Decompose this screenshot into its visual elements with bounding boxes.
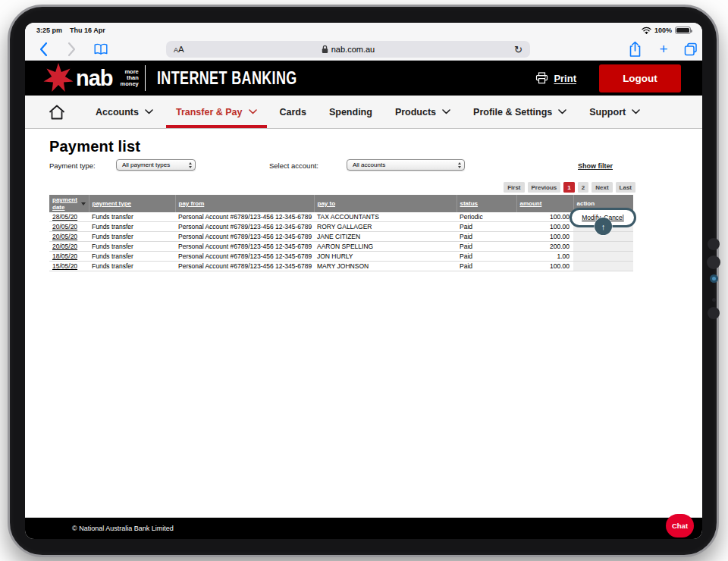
- show-filter-link[interactable]: Show filter: [578, 162, 613, 170]
- nab-tagline: more than money: [121, 69, 139, 87]
- chevron-down-icon: [632, 109, 640, 114]
- status-cell: Paid: [457, 222, 516, 232]
- print-button[interactable]: Print: [535, 72, 576, 84]
- pay-from-cell: Personal Account #6789/123-456 12-345-67…: [175, 222, 314, 232]
- amount-cell: 100.00: [516, 232, 573, 242]
- logout-button[interactable]: Logout: [599, 64, 681, 92]
- status-cell: Periodic: [457, 212, 516, 222]
- sort-status[interactable]: status: [460, 200, 479, 207]
- pagination-page-1[interactable]: 1: [563, 182, 574, 193]
- sort-desc-icon: [81, 202, 86, 205]
- status-cell: Paid: [457, 242, 516, 252]
- amount-cell: 100.00: [516, 222, 573, 232]
- payment-type-select[interactable]: All payment types: [116, 159, 196, 171]
- status-bar: 3:25 pm Thu 16 Apr 100%: [25, 23, 702, 38]
- bezel-dot: [707, 255, 720, 269]
- nav-item-spending[interactable]: Spending: [318, 96, 384, 128]
- status-cell: Paid: [457, 252, 516, 262]
- reader-options-button[interactable]: AA: [174, 45, 184, 54]
- nav-item-cards[interactable]: Cards: [268, 96, 318, 128]
- forward-button[interactable]: [64, 38, 80, 61]
- account-select[interactable]: All accounts: [347, 159, 465, 171]
- pay-from-cell: Personal Account #6789/123-456 12-345-67…: [175, 242, 314, 252]
- payment-row: 18/05/20 Funds transfer Personal Account…: [49, 252, 633, 262]
- select-stepper-icon: [186, 162, 192, 168]
- pagination-previous[interactable]: Previous: [528, 182, 561, 193]
- sort-pay-from[interactable]: pay from: [179, 200, 205, 207]
- battery-icon: [675, 27, 691, 34]
- payment-date-link[interactable]: 20/05/20: [52, 233, 77, 240]
- bezel-dot: [708, 307, 720, 319]
- bezel-dot: [712, 298, 716, 302]
- url-text: nab.com.au: [331, 45, 375, 54]
- pagination-last[interactable]: Last: [616, 182, 635, 193]
- payment-type-cell: Funds transfer: [89, 262, 175, 271]
- tabs-icon[interactable]: [682, 38, 700, 61]
- payment-date-link[interactable]: 28/05/20: [52, 213, 77, 221]
- back-button[interactable]: [36, 38, 51, 61]
- action-cell: [573, 242, 633, 252]
- payment-type-cell: Funds transfer: [89, 252, 175, 262]
- pay-from-cell: Personal Account #6789/123-456 12-345-67…: [175, 252, 314, 262]
- payment-date-link[interactable]: 15/05/20: [52, 262, 77, 270]
- status-cell: Paid: [457, 262, 516, 271]
- amount-cell: 100.00: [516, 212, 573, 222]
- payment-date-link[interactable]: 18/05/20: [52, 252, 77, 260]
- select-stepper-icon: [455, 162, 461, 168]
- pay-from-cell: Personal Account #6789/123-456 12-345-67…: [175, 232, 314, 242]
- action-header: action: [577, 200, 595, 207]
- payment-type-cell: Funds transfer: [89, 232, 175, 242]
- nab-star-logo: [43, 63, 74, 93]
- select-account-label: Select account:: [269, 161, 318, 170]
- nav-item-accounts[interactable]: Accounts: [84, 96, 165, 128]
- bookmarks-icon[interactable]: [92, 38, 110, 61]
- payment-date-link[interactable]: 20/05/20: [52, 243, 77, 250]
- battery-percent: 100%: [654, 27, 672, 34]
- pay-from-cell: Personal Account #6789/123-456 12-345-67…: [175, 212, 314, 222]
- page-footer: © National Australia Bank Limited: [25, 517, 702, 539]
- home-icon[interactable]: [48, 104, 66, 121]
- nav-item-products[interactable]: Products: [384, 96, 462, 128]
- chevron-down-icon: [558, 109, 566, 114]
- payment-row: 28/05/20 Funds transfer Personal Account…: [49, 212, 633, 222]
- nab-logo-text: nab: [76, 66, 113, 91]
- payment-type-cell: Funds transfer: [89, 212, 175, 222]
- primary-nav: Accounts Transfer & Pay Cards Spending P…: [25, 96, 702, 129]
- nav-item-support[interactable]: Support: [578, 96, 651, 128]
- share-icon[interactable]: [626, 38, 644, 61]
- chat-button[interactable]: Chat: [666, 514, 694, 537]
- sort-payment-type[interactable]: payment type: [93, 200, 132, 207]
- refresh-icon[interactable]: ↻: [514, 44, 522, 55]
- pagination-page-2[interactable]: 2: [578, 182, 588, 193]
- pagination: First Previous 1 2 Next Last: [49, 182, 635, 193]
- tap-indicator: ↑: [595, 218, 612, 235]
- amount-cell: 1.00: [516, 252, 573, 262]
- copyright-text: © National Australia Bank Limited: [72, 525, 174, 532]
- address-bar[interactable]: AA nab.com.au ↻: [166, 41, 530, 58]
- chevron-down-icon: [249, 109, 257, 114]
- browser-toolbar: AA nab.com.au ↻ +: [25, 38, 702, 61]
- pay-to-cell: RORY GALLAGER: [314, 222, 457, 232]
- nav-item-transfer-pay[interactable]: Transfer & Pay: [165, 96, 268, 128]
- payment-type-cell: Funds transfer: [89, 242, 175, 252]
- payment-type-label: Payment type:: [49, 161, 96, 170]
- chevron-down-icon: [442, 109, 450, 114]
- sort-payment-date[interactable]: payment date: [52, 196, 79, 211]
- payment-row: 20/05/20 Funds transfer Personal Account…: [49, 232, 633, 242]
- amount-cell: 100.00: [516, 262, 573, 271]
- pagination-first[interactable]: First: [504, 182, 524, 193]
- payment-date-link[interactable]: 20/05/20: [52, 223, 77, 230]
- sort-pay-to[interactable]: pay to: [318, 200, 336, 207]
- lock-icon: [322, 45, 328, 54]
- screenshot-stage: 3:25 pm Thu 16 Apr 100%: [0, 0, 728, 561]
- pagination-next[interactable]: Next: [592, 182, 612, 193]
- pay-to-cell: JANE CITIZEN: [314, 232, 457, 242]
- nav-item-profile-settings[interactable]: Profile & Settings: [462, 96, 578, 128]
- payment-row: 20/05/20 Funds transfer Personal Account…: [49, 222, 633, 232]
- sort-amount[interactable]: amount: [520, 200, 542, 207]
- clock-time: 3:25 pm: [36, 27, 62, 34]
- new-tab-icon[interactable]: +: [654, 38, 673, 61]
- app-title: INTERNET BANKING: [157, 68, 297, 89]
- page-content: Payment list Payment type: All payment t…: [25, 129, 702, 517]
- wifi-icon: [642, 27, 651, 34]
